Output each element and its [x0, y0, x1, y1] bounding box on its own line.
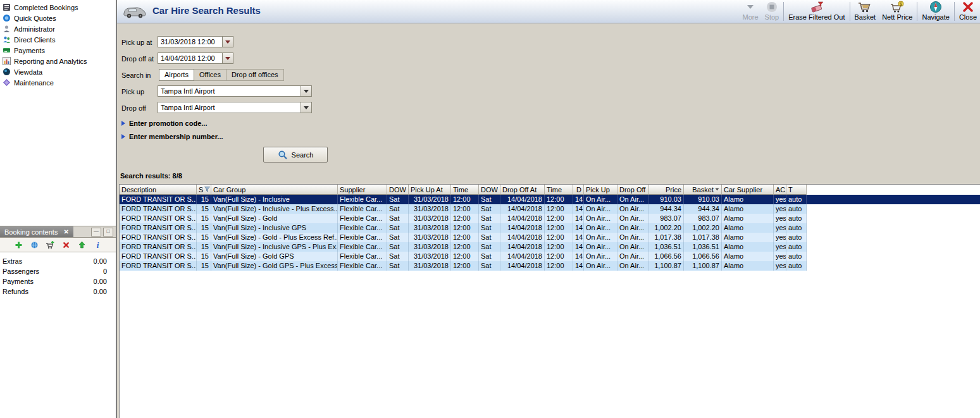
result-row[interactable]: FORD TRANSIT OR S...15Van(Full Size) - I…: [120, 195, 980, 204]
cell-supplier: Flexible Car...: [338, 195, 387, 204]
maintenance-icon: [3, 78, 11, 87]
column-header-price[interactable]: Price: [649, 185, 684, 195]
tab-offices[interactable]: Offices: [194, 69, 226, 81]
stop-button[interactable]: Stop: [762, 0, 783, 23]
tab-drop-off-offices[interactable]: Drop off offices: [226, 69, 284, 81]
info-button[interactable]: i: [93, 240, 102, 250]
column-header-t[interactable]: T: [786, 185, 807, 195]
navigate-button[interactable]: Navigate: [919, 0, 952, 23]
result-row[interactable]: FORD TRANSIT OR S...15Van(Full Size) - G…: [120, 214, 980, 223]
basket-add-button[interactable]: [46, 240, 55, 250]
cell-description: FORD TRANSIT OR S...: [120, 223, 197, 233]
toolbar-separator: [850, 2, 850, 21]
sidebar-item-payments[interactable]: Payments: [0, 45, 116, 56]
sidebar-item-administrator[interactable]: Administrator: [0, 23, 116, 34]
column-header-s[interactable]: S: [197, 185, 211, 195]
cell-pick-up: On Air...: [584, 242, 617, 252]
column-header-drop-off[interactable]: Drop Off: [617, 185, 649, 195]
more-button[interactable]: More: [740, 0, 762, 23]
sidebar-item-completed-bookings[interactable]: Completed Bookings: [0, 2, 116, 13]
sidebar-item-viewdata[interactable]: Viewdata: [0, 66, 116, 77]
sidebar-item-maintenance[interactable]: Maintenance: [0, 77, 116, 88]
panel-restore-icon[interactable]: □: [103, 228, 113, 237]
column-header-pick-up-at[interactable]: Pick Up At: [409, 185, 451, 195]
column-header-time[interactable]: Time: [451, 185, 479, 195]
cell-time: 12:00: [545, 261, 573, 271]
cell-dow: Sat: [479, 242, 500, 252]
sidebar-item-direct-clients[interactable]: Direct Clients: [0, 34, 116, 45]
result-row[interactable]: FORD TRANSIT OR S...15Van(Full Size) - G…: [120, 252, 980, 261]
column-header-d[interactable]: D: [573, 185, 584, 195]
pickup-combo-dropdown-icon[interactable]: [301, 86, 311, 96]
panel-close-icon[interactable]: ✕: [63, 228, 68, 235]
erase-filtered-out-button[interactable]: Erase Filtered Out: [785, 0, 848, 23]
column-header-label: Price: [651, 186, 681, 194]
dropoff-at-input[interactable]: 14/04/2018 12:00: [158, 52, 233, 64]
cell-description: FORD TRANSIT OR S...: [120, 233, 197, 242]
cell-car-supplier: Alamo: [722, 214, 774, 223]
delete-button[interactable]: [61, 240, 71, 250]
cell-car-supplier: Alamo: [722, 223, 774, 233]
column-header-time[interactable]: Time: [545, 185, 573, 195]
search-in-label: Search in: [121, 71, 151, 79]
panel-minimize-icon[interactable]: —: [91, 228, 101, 237]
booking-contents-tab[interactable]: Booking contents ✕: [0, 226, 73, 237]
dropoff-label: Drop off: [121, 104, 146, 112]
result-row[interactable]: FORD TRANSIT OR S...15Van(Full Size) - G…: [120, 233, 980, 242]
dropoff-combo[interactable]: Tampa Intl Airport: [158, 102, 312, 113]
cell-price: 944.34: [649, 204, 684, 214]
column-header-dow[interactable]: DOW: [479, 185, 500, 195]
column-header-car-supplier[interactable]: Car Supplier: [722, 185, 774, 195]
add-button[interactable]: [14, 240, 23, 250]
svg-text:i: i: [96, 241, 99, 249]
pickup-at-input[interactable]: 31/03/2018 12:00: [158, 36, 233, 47]
sidebar-item-label: Completed Bookings: [14, 4, 78, 11]
column-header-pick-up[interactable]: Pick Up: [584, 185, 617, 195]
column-header-dow[interactable]: DOW: [387, 185, 409, 195]
cell-ac: yes: [774, 242, 786, 252]
tab-airports[interactable]: Airports: [159, 69, 194, 81]
column-header-label: Drop Off At: [502, 186, 542, 194]
result-row[interactable]: FORD TRANSIT OR S...15Van(Full Size) - G…: [120, 261, 980, 271]
search-button[interactable]: Search: [263, 147, 328, 163]
column-header-basket[interactable]: Basket: [684, 185, 722, 195]
world-button[interactable]: [30, 240, 39, 250]
cell-car-group: Van(Full Size) - Inclusive - Plus Excess…: [211, 204, 338, 214]
sidebar-item-reporting-and-analytics[interactable]: Reporting and Analytics: [0, 56, 116, 66]
cell-d: 14: [573, 204, 584, 214]
column-header-ac[interactable]: AC: [774, 185, 786, 195]
pickup-at-dropdown-icon[interactable]: [222, 37, 233, 47]
upload-button[interactable]: [77, 240, 87, 250]
dropoff-at-dropdown-icon[interactable]: [222, 53, 233, 63]
cell-pick-up-at: 31/03/2018: [409, 261, 451, 271]
column-header-supplier[interactable]: Supplier: [338, 185, 387, 195]
cell-dow: Sat: [479, 214, 500, 223]
dropoff-combo-dropdown-icon[interactable]: [301, 102, 311, 113]
cell-time: 12:00: [545, 233, 573, 242]
membership-number-expander[interactable]: Enter membership number...: [121, 133, 223, 140]
result-row[interactable]: FORD TRANSIT OR S...15Van(Full Size) - I…: [120, 242, 980, 252]
cell-car-supplier: Alamo: [722, 252, 774, 261]
cell-pick-up: On Air...: [584, 214, 617, 223]
basket-button[interactable]: Basket: [852, 0, 879, 23]
sidebar-item-quick-quotes[interactable]: Quick Quotes: [0, 13, 116, 23]
close-button[interactable]: Close: [956, 0, 980, 23]
column-header-description[interactable]: Description: [120, 185, 197, 195]
cell-d: 14: [573, 252, 584, 261]
cell-d: 14: [573, 214, 584, 223]
column-header-car-group[interactable]: Car Group: [211, 185, 338, 195]
pickup-combo[interactable]: Tampa Intl Airport: [158, 85, 312, 97]
cell-drop-off: On Air...: [617, 195, 649, 204]
cell-time: 12:00: [451, 261, 479, 271]
cell-d: 14: [573, 223, 584, 233]
result-row[interactable]: FORD TRANSIT OR S...15Van(Full Size) - I…: [120, 204, 980, 214]
promotion-code-expander[interactable]: Enter promotion code...: [121, 120, 207, 127]
toolbar-button-label: Navigate: [922, 13, 949, 21]
cell-supplier: Flexible Car...: [338, 223, 387, 233]
result-row[interactable]: FORD TRANSIT OR S...15Van(Full Size) - I…: [120, 223, 980, 233]
nett-price-button[interactable]: $Nett Price: [879, 0, 915, 23]
page-title: Car Hire Search Results: [152, 5, 261, 16]
cell-basket: 1,017.38: [684, 233, 722, 242]
column-header-drop-off-at[interactable]: Drop Off At: [500, 185, 545, 195]
cell-d: 14: [573, 233, 584, 242]
